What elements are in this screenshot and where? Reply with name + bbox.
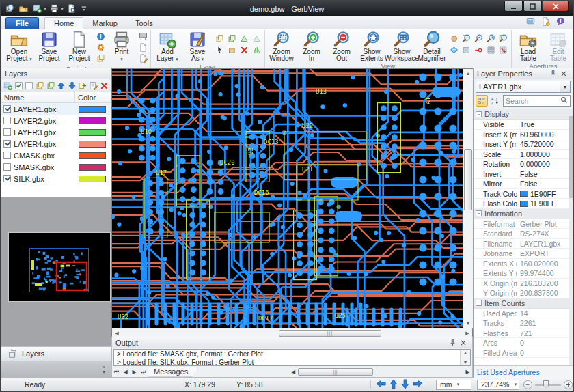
scroll-up-icon[interactable]: ▲ [463,69,473,78]
add-layer-button[interactable]: AddLayer ▾ [152,30,182,63]
close-panel-icon[interactable] [458,337,469,348]
layer-color-swatch[interactable] [79,117,106,124]
show-extents-button[interactable]: ShowExtents [357,30,387,62]
page-mini-icon[interactable] [137,42,148,53]
property-row[interactable]: Filled Areas0 [474,348,569,359]
load-table-button[interactable]: LoadTable [513,30,543,62]
zoom-in-slider-button[interactable]: + [564,380,573,389]
chevron-down-icon[interactable]: ▼ [560,81,570,92]
output-horizontal-scrollbar[interactable]: ◀||| [289,367,373,376]
tab-tools[interactable]: Tools [126,18,162,29]
grid-snap-icon[interactable] [497,45,508,55]
hand-icon[interactable] [448,33,459,44]
zoom-slider-thumb[interactable] [543,380,549,389]
layer-row[interactable]: CMASK.gbx [1,150,111,161]
dropdown-arrow-icon[interactable]: ▾ [61,5,64,12]
pan-left-icon[interactable] [376,380,386,389]
sheets2-icon[interactable] [46,81,55,91]
output-scroll-right-icon[interactable]: ▶ [463,369,472,375]
horizontal-scroll-thumb[interactable]: ||| [279,330,381,337]
property-row[interactable]: Scale1.000000 [474,150,569,160]
zoom-window-button[interactable]: ZoomWindow [266,30,297,62]
detail-magnifier-button[interactable]: DetailMagnifier [417,30,447,62]
sheets2-icon[interactable] [226,33,237,44]
zoom-level-dropdown[interactable]: 237.74%▼ [477,380,519,390]
layer-visibility-checkbox[interactable] [3,152,11,159]
layer-visibility-checkbox[interactable] [3,175,11,182]
tab-prev-icon[interactable]: ◀ [121,369,130,375]
layer-color-swatch[interactable] [79,141,106,148]
layers-panel-footer-button[interactable]: Layers [1,346,111,361]
layer-select-dropdown[interactable]: LAYER1.gbx ▼ [476,81,571,93]
layer-color-swatch[interactable] [79,176,106,182]
show-workspace-button[interactable]: ShowWorkspace [387,30,417,62]
tab-markup[interactable]: Markup [83,18,126,29]
app-icon[interactable] [4,3,16,14]
layer-color-swatch[interactable] [79,129,106,136]
cursor-icon[interactable] [214,45,225,55]
pin-icon[interactable] [547,68,558,79]
property-row[interactable]: StandardRS-274X [474,229,569,239]
info-icon[interactable] [95,31,106,42]
tri-up-icon[interactable] [238,33,249,44]
layer-visibility-checkbox[interactable] [3,140,11,148]
report-icon[interactable] [89,81,98,91]
save-project-button[interactable]: SaveProject [34,30,64,62]
pan-up-icon[interactable] [390,379,398,391]
diamond-icon[interactable] [448,45,459,55]
flip-icon[interactable] [251,45,262,55]
check-on-icon[interactable] [14,81,24,91]
zoom-page-icon[interactable] [461,33,472,44]
zoom-out-slider-button[interactable]: − [523,380,532,389]
folder-open-icon[interactable] [18,3,29,14]
property-row[interactable]: FilenameLAYER1.gbx [474,239,569,249]
close-panel-icon[interactable] [558,68,569,79]
property-row[interactable]: VisibleTrue [474,120,569,130]
layer-row[interactable]: LAYER2.gbx [1,115,111,126]
red-x-icon[interactable] [238,45,249,55]
property-row[interactable]: Track Color1E90FF [474,189,569,199]
collapse-icon[interactable]: − [476,210,482,216]
property-row[interactable]: X Origin (m...216.103200 [474,279,569,289]
zoom-11-icon[interactable] [485,33,496,44]
print-mini-icon[interactable] [137,31,148,42]
vertical-scrollbar[interactable]: ▲ ▼ [463,69,473,328]
snap-icon[interactable] [473,45,484,55]
file-menu-button[interactable]: File [5,17,39,29]
zoom-slider[interactable] [535,384,561,386]
scroll-down-icon[interactable]: ▼ [463,319,473,328]
property-row[interactable]: Arcs0 [474,338,569,348]
arrow-up-icon[interactable] [57,81,66,91]
property-row[interactable]: Rotation0.000000 [474,159,569,169]
list-used-apertures-link[interactable]: List Used Apertures [477,368,540,376]
layer-row[interactable]: LAYER3.gbx [1,126,111,138]
layer-row[interactable]: LAYER1.gbx [1,103,111,115]
print-button[interactable]: Print ▾ [107,30,137,63]
sheets-icon[interactable] [36,81,45,91]
output-scrollbar[interactable]: ▲▼ [460,350,470,365]
zoom-minus-icon[interactable] [473,33,484,44]
close-button[interactable] [543,1,569,12]
layer-row[interactable]: LAYER4.gbx [1,138,111,150]
property-row[interactable]: InvertFalse [474,169,569,180]
vertical-scroll-thumb[interactable] [464,149,472,210]
printer-icon[interactable] [49,3,60,14]
property-grid-scrollbar[interactable] [569,109,573,365]
column-header-name[interactable]: Name [1,92,75,102]
collapse-icon[interactable]: − [476,300,482,306]
property-row[interactable]: Tracks2261 [474,318,569,328]
open-project-button[interactable]: OpenProject ▾ [4,30,34,63]
export-icon[interactable] [78,81,87,91]
box-icon[interactable] [226,45,237,55]
sort-alphabetical-button[interactable]: AZ [489,95,502,107]
property-category[interactable]: −Item Counts [474,298,569,309]
tab-next-icon[interactable]: ▶ [130,369,139,375]
more-icon[interactable] [79,3,91,14]
categorized-view-button[interactable] [476,95,488,107]
tri-dim-icon[interactable] [251,33,262,44]
property-row[interactable]: Y Origin (m...200.837800 [474,288,569,298]
property-row[interactable]: MirrorFalse [474,179,569,189]
property-row[interactable]: Insert X (m...60.960000 [474,130,569,140]
property-row[interactable]: FileformatGerber Plot [474,219,569,229]
layer-row[interactable]: SMASK.gbx [1,161,111,173]
